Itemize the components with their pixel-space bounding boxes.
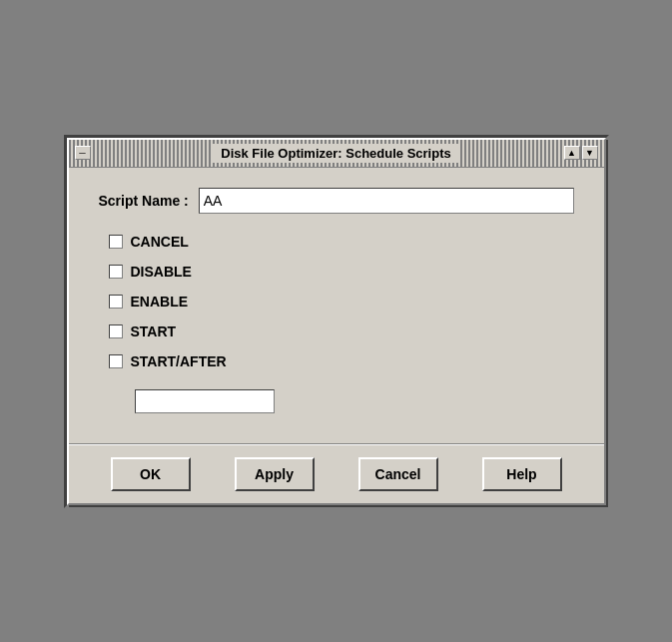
button-bar: OK Apply Cancel Help: [69, 445, 604, 503]
script-name-row: Script Name :: [99, 188, 574, 214]
checkbox-label-start-after: START/AFTER: [131, 353, 227, 369]
checkbox-label-cancel: CANCEL: [131, 234, 189, 250]
checkbox-list: CANCEL DISABLE ENABLE START START/AFTER: [109, 234, 574, 413]
script-name-input[interactable]: [199, 188, 574, 214]
help-button[interactable]: Help: [482, 457, 562, 491]
checkbox-row-start-after: START/AFTER: [109, 353, 574, 369]
main-window: ─ Disk File Optimizer: Schedule Scripts …: [67, 138, 606, 505]
window-outer: ─ Disk File Optimizer: Schedule Scripts …: [64, 135, 609, 508]
title-bar-controls-left: ─: [75, 146, 91, 160]
ok-button[interactable]: OK: [111, 457, 191, 491]
title-bar: ─ Disk File Optimizer: Schedule Scripts …: [69, 140, 604, 168]
checkbox-label-start: START: [131, 323, 177, 339]
window-title: Disk File Optimizer: Schedule Scripts: [213, 144, 458, 163]
checkbox-label-enable: ENABLE: [131, 294, 189, 310]
maximize-button[interactable]: ▼: [582, 146, 598, 160]
minimize-button[interactable]: ▲: [564, 146, 580, 160]
apply-button[interactable]: Apply: [235, 457, 315, 491]
checkbox-cancel[interactable]: [109, 235, 123, 249]
checkbox-start-after[interactable]: [109, 354, 123, 368]
system-menu-button[interactable]: ─: [75, 146, 91, 160]
cancel-button[interactable]: Cancel: [358, 457, 438, 491]
checkbox-label-disable: DISABLE: [131, 264, 192, 280]
title-bar-controls-right: ▲ ▼: [564, 146, 598, 160]
content-area: Script Name : CANCEL DISABLE ENABLE: [69, 168, 604, 428]
checkbox-row-enable: ENABLE: [109, 294, 574, 310]
start-after-input[interactable]: [135, 389, 275, 413]
checkbox-row-cancel: CANCEL: [109, 234, 574, 250]
script-name-label: Script Name :: [99, 193, 189, 209]
checkbox-row-disable: DISABLE: [109, 264, 574, 280]
checkbox-enable[interactable]: [109, 295, 123, 309]
checkbox-row-start: START: [109, 323, 574, 339]
checkbox-disable[interactable]: [109, 265, 123, 279]
checkbox-start[interactable]: [109, 324, 123, 338]
